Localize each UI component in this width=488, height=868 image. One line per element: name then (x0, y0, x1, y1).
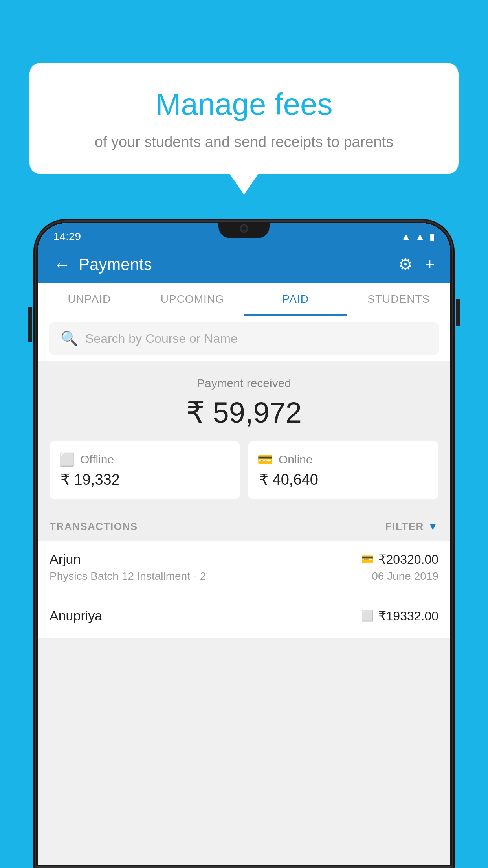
transaction-amount-wrap: 💳 ₹20320.00 (361, 552, 438, 567)
phone-frame: 14:29 ▲ ▲ ▮ ← Payments ⚙ + UNPAID UPCOMI… (35, 220, 453, 868)
payment-cards: ⬜ Offline ₹ 19,332 💳 Online ₹ 40,640 (50, 441, 438, 499)
offline-label: Offline (80, 453, 114, 466)
transaction-amount-wrap: ⬜ ₹19332.00 (361, 609, 438, 623)
offline-card-header: ⬜ Offline (59, 452, 231, 467)
transaction-date: 06 June 2019 (372, 570, 438, 583)
settings-icon[interactable]: ⚙ (398, 255, 413, 274)
transaction-amount: ₹20320.00 (378, 552, 438, 567)
transaction-name: Anupriya (50, 608, 102, 623)
signal-icon: ▲ (415, 231, 425, 242)
filter-icon: ▼ (428, 520, 438, 533)
app-bar-actions: ⚙ + (398, 255, 435, 274)
wifi-icon: ▲ (401, 231, 411, 242)
transaction-row-top: Arjun 💳 ₹20320.00 (50, 552, 438, 567)
table-row[interactable]: Anupriya ⬜ ₹19332.00 (38, 597, 450, 638)
payment-total: ₹ 59,972 (50, 395, 438, 429)
transaction-row-top: Anupriya ⬜ ₹19332.00 (50, 608, 438, 623)
status-icons: ▲ ▲ ▮ (401, 231, 435, 242)
search-bar[interactable]: 🔍 Search by Course or Name (49, 322, 439, 355)
phone-volume-button (28, 307, 32, 342)
filter-button[interactable]: FILTER ▼ (385, 520, 438, 533)
tab-paid[interactable]: PAID (244, 283, 347, 316)
phone-camera (240, 224, 248, 233)
online-card-header: 💳 Online (257, 452, 429, 467)
search-input[interactable]: Search by Course or Name (85, 331, 238, 346)
tab-unpaid[interactable]: UNPAID (38, 283, 141, 316)
bubble-title: Manage fees (49, 86, 439, 122)
offline-card: ⬜ Offline ₹ 19,332 (50, 441, 240, 499)
tabs-container: UNPAID UPCOMING PAID STUDENTS (38, 283, 450, 316)
bubble-subtitle: of your students and send receipts to pa… (49, 132, 439, 153)
online-icon: 💳 (257, 452, 273, 467)
transaction-detail: Physics Batch 12 Installment - 2 (50, 570, 206, 583)
tab-upcoming[interactable]: UPCOMING (141, 283, 244, 316)
transaction-row-bottom: Physics Batch 12 Installment - 2 06 June… (50, 570, 438, 583)
transactions-label: TRANSACTIONS (50, 520, 138, 533)
filter-label: FILTER (385, 520, 424, 533)
speech-bubble: Manage fees of your students and send re… (29, 63, 459, 174)
back-button[interactable]: ← (53, 256, 71, 273)
app-bar: ← Payments ⚙ + (38, 247, 450, 283)
online-card: 💳 Online ₹ 40,640 (248, 441, 438, 499)
offline-amount: ₹ 19,332 (61, 471, 231, 488)
add-button[interactable]: + (425, 255, 435, 274)
search-container: 🔍 Search by Course or Name (38, 316, 450, 361)
app-bar-title: Payments (79, 255, 152, 274)
card-payment-icon: 💳 (361, 553, 374, 565)
status-time: 14:29 (53, 230, 81, 243)
phone-power-button (456, 299, 460, 326)
table-row[interactable]: Arjun 💳 ₹20320.00 Physics Batch 12 Insta… (38, 541, 450, 597)
transaction-name: Arjun (50, 552, 81, 567)
transaction-amount: ₹19332.00 (378, 609, 438, 623)
online-amount: ₹ 40,640 (259, 471, 429, 488)
online-label: Online (279, 453, 313, 466)
tab-students[interactable]: STUDENTS (347, 283, 451, 316)
phone-screen: 14:29 ▲ ▲ ▮ ← Payments ⚙ + UNPAID UPCOMI… (38, 223, 450, 865)
app-bar-left: ← Payments (53, 255, 152, 274)
cash-payment-icon: ⬜ (361, 610, 374, 622)
payment-label: Payment received (50, 377, 438, 390)
battery-icon: ▮ (429, 231, 435, 242)
transactions-header: TRANSACTIONS FILTER ▼ (38, 511, 450, 541)
offline-icon: ⬜ (59, 452, 75, 467)
payment-received-section: Payment received ₹ 59,972 ⬜ Offline ₹ 19… (38, 361, 450, 511)
search-icon: 🔍 (61, 330, 78, 347)
